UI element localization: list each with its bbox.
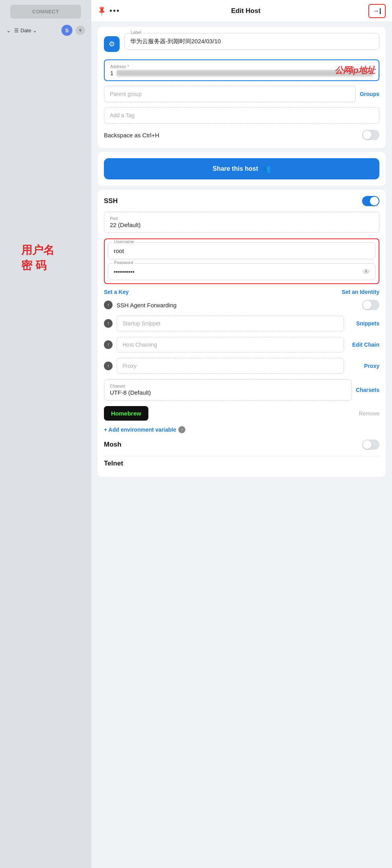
share-card: Share this host 👥 [98, 152, 386, 186]
port-label: Port [110, 216, 374, 221]
address-number: 1 [110, 70, 113, 76]
label-row: ⚙ Label [104, 33, 379, 55]
share-icon: 👥 [262, 164, 271, 173]
toggle-knob [363, 131, 372, 139]
address-field-container: Address * 1 公网ip地址 [104, 59, 379, 81]
port-field: Port 22 (Default) [104, 212, 379, 233]
backspace-label: Backspace as Ctrl+H [104, 132, 159, 139]
remove-link[interactable]: Remove [359, 410, 379, 417]
charset-value: UTF-8 (Default) [110, 389, 151, 396]
address-blurred [116, 70, 373, 76]
ssh-agent-label: SSH Agent Forwarding [116, 302, 177, 308]
env-info-icon: ↑ [178, 426, 185, 433]
key-identity-links: Set a Key Set an Identity [104, 289, 379, 295]
password-input[interactable] [108, 263, 375, 280]
avatar: S [61, 25, 72, 36]
host-chaining-input[interactable]: Host Chaining [116, 337, 344, 353]
ssh-section-header: SSH [104, 196, 379, 206]
pin-icon[interactable]: 📌 [96, 5, 108, 17]
eye-icon[interactable]: 👁 [363, 268, 370, 276]
page-title: Edit Host [123, 7, 368, 15]
proxy-upgrade-icon: ↑ [104, 362, 113, 370]
proxy-input[interactable]: Proxy [116, 358, 344, 374]
sort-chevron-icon: ⌄ [33, 28, 37, 33]
label-field-wrap: Label [124, 33, 379, 55]
sort-icon: ☰ [14, 28, 19, 33]
homebrew-row: Homebrew Remove [104, 406, 379, 421]
charsets-link[interactable]: Charsets [356, 387, 379, 393]
charset-field: Charset UTF-8 (Default) [104, 379, 352, 401]
charset-row: Charset UTF-8 (Default) Charsets [104, 379, 379, 401]
groups-link[interactable]: Groups [360, 91, 379, 97]
telnet-row: Telnet [104, 460, 379, 467]
more-options-button[interactable]: ••• [109, 6, 120, 15]
set-key-link[interactable]: Set a Key [104, 289, 129, 295]
username-input[interactable] [108, 242, 375, 259]
edit-chain-link[interactable]: Edit Chain [348, 342, 379, 348]
snippets-link[interactable]: Snippets [348, 320, 379, 327]
toggle-knob [363, 440, 372, 449]
upgrade-icon: ↑ [104, 301, 113, 309]
header: 📌 ••• Edit Host →| [91, 0, 392, 22]
startup-snippet-row: ↑ Startup Snippet Snippets [104, 316, 379, 331]
set-identity-link[interactable]: Set an Identity [342, 289, 379, 295]
username-field-group: Username [108, 242, 375, 259]
ssh-agent-row: ↑ SSH Agent Forwarding [104, 300, 379, 310]
sidebar: CONNECT ⌄ ☰ Date ⌄ S + [0, 0, 91, 868]
address-label: Address * [110, 64, 373, 69]
divider [104, 456, 379, 456]
toggle-knob [363, 301, 372, 309]
username-label: Username [113, 239, 136, 244]
sort-button[interactable]: ☰ Date ⌄ [14, 28, 37, 33]
ssh-agent-toggle[interactable] [362, 300, 379, 310]
forward-button[interactable]: →| [368, 4, 386, 18]
mosh-label: Mosh [104, 441, 121, 449]
add-env-link[interactable]: + Add environment variable [104, 427, 176, 433]
label-field-group: Label [124, 33, 379, 50]
telnet-label: Telnet [104, 460, 123, 467]
share-host-button[interactable]: Share this host 👥 [104, 158, 379, 179]
ssh-toggle[interactable] [362, 196, 379, 206]
proxy-row: ↑ Proxy Proxy [104, 358, 379, 374]
credentials-section: 用户名 密 码 Username Password 👁 [104, 238, 379, 284]
sort-label: Date [20, 28, 31, 33]
backspace-toggle-row: Backspace as Ctrl+H [104, 128, 379, 142]
mosh-toggle[interactable] [362, 440, 379, 450]
chaining-upgrade-icon: ↑ [104, 340, 113, 349]
basic-info-card: ⚙ Label Address * 1 公网ip地址 P [98, 27, 386, 148]
tag-input[interactable]: Add a Tag [104, 107, 379, 124]
backspace-toggle[interactable] [362, 130, 379, 140]
content-area: ⚙ Label Address * 1 公网ip地址 P [91, 22, 392, 868]
toggle-knob [370, 197, 379, 205]
credentials-box: Username Password 👁 [104, 238, 379, 284]
ssh-title: SSH [104, 197, 118, 205]
startup-upgrade-icon: ↑ [104, 319, 113, 328]
parent-group-input[interactable]: Parent group [104, 86, 356, 102]
main-panel: 📌 ••• Edit Host →| ⚙ Label Address * [91, 0, 392, 868]
add-host-button[interactable]: + [76, 26, 85, 35]
ssh-card: SSH Port 22 (Default) 用户名 密 码 [98, 190, 386, 477]
connect-button[interactable]: CONNECT [10, 5, 81, 18]
port-row: Port 22 (Default) [104, 212, 379, 233]
share-button-label: Share this host [213, 165, 258, 172]
chevron-down-icon[interactable]: ⌄ [6, 27, 11, 33]
gear-icon: ⚙ [104, 36, 120, 52]
label-input[interactable] [124, 33, 379, 50]
address-row: 1 [110, 70, 373, 76]
proxy-link[interactable]: Proxy [348, 363, 379, 369]
port-value: 22 (Default) [110, 222, 141, 228]
password-label: Password [113, 260, 135, 265]
charset-label: Charset [110, 384, 346, 388]
mosh-row: Mosh [104, 440, 379, 450]
parent-group-row: Parent group Groups [104, 86, 379, 102]
password-field-group: Password 👁 [108, 263, 375, 280]
startup-snippet-input[interactable]: Startup Snippet [116, 316, 344, 331]
host-chaining-row: ↑ Host Chaining Edit Chain [104, 337, 379, 353]
homebrew-tag[interactable]: Homebrew [104, 406, 148, 421]
label-field-label: Label [129, 30, 143, 35]
add-env-row: + Add environment variable ↑ [104, 426, 379, 433]
